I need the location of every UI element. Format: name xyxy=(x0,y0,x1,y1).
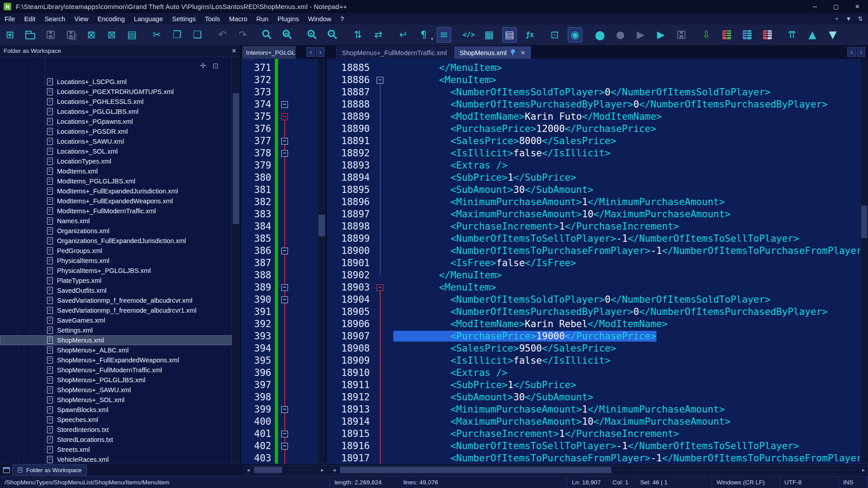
fold-marker[interactable]: − xyxy=(281,101,288,108)
save-all-icon[interactable] xyxy=(64,27,78,42)
tree-file-item[interactable]: Locations+_SAWU.xml xyxy=(0,136,231,146)
tree-file-item[interactable]: ShopMenus+_SOL.xml xyxy=(0,395,231,405)
macro-play-icon[interactable]: ▶ xyxy=(633,27,648,42)
new-tab-icon[interactable]: + xyxy=(831,15,843,22)
cut-icon[interactable]: ✂ xyxy=(150,27,164,42)
plugin-import-icon[interactable]: ⇩ xyxy=(699,27,713,42)
menu-item-tools[interactable]: Tools xyxy=(200,13,225,24)
show-all-characters-icon[interactable]: ¶▾ xyxy=(416,27,431,42)
tree-file-item[interactable]: SavedOutfits.xml xyxy=(0,286,231,296)
tree-file-item[interactable]: PhysicalItems.xml xyxy=(0,256,231,266)
secondary-editor-area[interactable]: 3713723733743753763773783793803813823833… xyxy=(241,59,326,464)
tree-file-item[interactable]: PlateTypes.xml xyxy=(0,276,231,286)
open-file-icon[interactable] xyxy=(23,27,38,42)
scroll-right-arrow-icon[interactable]: ▸ xyxy=(318,466,326,474)
dropdown-arrow-icon[interactable]: ▾ xyxy=(431,37,433,41)
tree-file-item[interactable]: PhysicalItems+_PGLGLJBS.xml xyxy=(0,266,231,276)
menu-item-macro[interactable]: Macro xyxy=(225,13,252,24)
undo-icon[interactable]: ↶ xyxy=(215,27,230,42)
tree-file-item[interactable]: Locations+_PGSDR.xml xyxy=(0,127,231,136)
secondary-vertical-scrollbar[interactable] xyxy=(317,59,326,464)
replace-icon[interactable]: ⇄ xyxy=(281,27,295,42)
compare-second-icon[interactable] xyxy=(740,27,754,42)
document-map-icon[interactable]: ▦ xyxy=(482,27,496,42)
fold-marker[interactable]: − xyxy=(281,406,288,413)
fold-marker[interactable]: − xyxy=(281,431,288,437)
status-insert-mode[interactable]: INS xyxy=(839,476,868,488)
tab-list-icon[interactable]: ▼ xyxy=(843,15,854,22)
scroll-tabs-left-button[interactable]: ‹ xyxy=(847,47,856,57)
fold-marker[interactable]: − xyxy=(281,284,288,291)
print-icon[interactable]: ▤ xyxy=(125,27,139,42)
fold-marker[interactable]: − xyxy=(281,296,288,303)
tree-file-item[interactable]: Organizations_FullExpandedJurisdiction.x… xyxy=(0,236,231,246)
monitoring-icon[interactable]: ⊡ xyxy=(547,27,562,42)
macro-stop-icon[interactable]: ● xyxy=(613,27,627,42)
main-horizontal-scrollbar[interactable]: ◂ ▸ xyxy=(330,465,868,474)
code-view-icon[interactable]: </> xyxy=(462,27,476,42)
tree-file-item[interactable]: ShopMenus.xml xyxy=(0,335,231,345)
tree-file-item[interactable]: ModItems+_FullModernTraffic.xml xyxy=(0,206,231,216)
close-tab-icon[interactable]: ✕ xyxy=(520,50,525,56)
redo-icon[interactable]: ↷ xyxy=(236,27,250,42)
paste-icon[interactable]: ❑ xyxy=(190,27,205,42)
scroll-left-arrow-icon[interactable]: ◂ xyxy=(330,466,338,474)
fold-marker[interactable]: − xyxy=(281,443,288,450)
fold-marker[interactable]: − xyxy=(281,248,288,254)
main-scrollbar-thumb[interactable] xyxy=(861,206,867,238)
function-list-icon[interactable]: ƒx xyxy=(523,27,537,42)
tree-file-item[interactable]: Organizations.xml xyxy=(0,226,231,236)
tree-file-item[interactable]: SavedVariationmp_f_freemode_albcudrcvr.x… xyxy=(0,296,231,305)
menu-item-file[interactable]: File xyxy=(0,13,19,24)
word-wrap-icon[interactable]: ↵ xyxy=(396,27,410,42)
tree-file-item[interactable]: ModItems_PGLGLJBS.xml xyxy=(0,176,231,186)
tree-file-item[interactable]: ShopMenus+_PGLGLJBS.xml xyxy=(0,375,231,385)
close-button[interactable]: ✕ xyxy=(847,0,868,13)
scroll-tabs-right-button[interactable]: › xyxy=(857,47,865,57)
secondary-editor-tab[interactable]: Interiors+_PGLGL xyxy=(242,46,296,59)
sync-vertical-scroll-icon[interactable]: ⇅ xyxy=(351,27,365,42)
tree-file-item[interactable]: StoredInteriors.txt xyxy=(0,425,231,435)
scroll-right-arrow-icon[interactable]: ▸ xyxy=(859,466,868,474)
tree-file-item[interactable]: Settings.xml xyxy=(0,325,231,335)
menu-item-settings[interactable]: Settings xyxy=(167,13,200,24)
workspace-close-icon[interactable]: ✕ xyxy=(231,47,236,54)
copy-icon[interactable]: ❐ xyxy=(170,27,184,42)
scroll-tabs-left-button[interactable]: ‹ xyxy=(307,47,315,57)
macro-save-icon[interactable] xyxy=(674,27,689,42)
tree-file-item[interactable]: ShopMenus+_FullModernTraffic.xml xyxy=(0,365,231,375)
status-encoding[interactable]: UTF-8 xyxy=(780,476,839,488)
nav-prev-icon[interactable]: ▲ xyxy=(805,27,820,42)
tree-file-item[interactable]: PedGroups.xml xyxy=(0,246,231,256)
tree-file-item[interactable]: ShopMenus+_FullExpandedWeapons.xml xyxy=(0,355,231,365)
menu-item-edit[interactable]: Edit xyxy=(19,13,40,24)
fold-marker[interactable]: − xyxy=(377,77,383,84)
fold-marker[interactable]: − xyxy=(281,138,288,145)
compare-icon[interactable] xyxy=(719,27,734,42)
fold-marker[interactable]: − xyxy=(281,150,288,157)
macro-record-icon[interactable]: ● xyxy=(593,27,607,42)
menu-item-search[interactable]: Search xyxy=(40,13,70,24)
nav-next-icon[interactable]: ▼ xyxy=(826,27,840,42)
find-icon[interactable] xyxy=(260,27,275,42)
compare-clear-icon[interactable] xyxy=(760,27,774,42)
scroll-left-arrow-icon[interactable]: ◂ xyxy=(244,466,252,474)
scroll-tabs-right-button[interactable]: › xyxy=(316,47,325,57)
tree-file-item[interactable]: Locations+_PGpawns.xml xyxy=(0,117,231,127)
secondary-horizontal-scrollbar[interactable]: ◂ ▸ xyxy=(244,465,327,474)
tree-file-item[interactable]: StoredLocations.txt xyxy=(0,435,231,445)
scroll-tabs-icon[interactable]: ⇅ xyxy=(854,15,866,22)
tree-file-item[interactable]: ModItems+_FullExpandedJurisdiction.xml xyxy=(0,186,231,196)
status-eol-format[interactable]: Windows (CR LF) xyxy=(712,476,780,488)
close-all-icon[interactable]: ⊠ xyxy=(104,27,119,42)
document-list-icon[interactable]: ▤ xyxy=(502,27,517,42)
sync-horizontal-scroll-icon[interactable]: ⇄ xyxy=(371,27,386,42)
tree-scrollbar-thumb[interactable] xyxy=(233,93,239,224)
tree-file-item[interactable]: VehicleRaces.xml xyxy=(0,455,231,464)
tree-file-item[interactable]: ModItems+_FullExpandedWeapons.xml xyxy=(0,196,231,206)
menu-item-window[interactable]: Window xyxy=(303,13,336,24)
tree-file-item[interactable]: ModItems.xml xyxy=(0,166,231,176)
tree-file-item[interactable]: LocationTypes.xml xyxy=(0,156,231,166)
pin-icon[interactable] xyxy=(511,49,515,53)
code-editor-area[interactable]: 18885 </MenuItem>18886 <MenuItem>18887 <… xyxy=(327,59,868,464)
